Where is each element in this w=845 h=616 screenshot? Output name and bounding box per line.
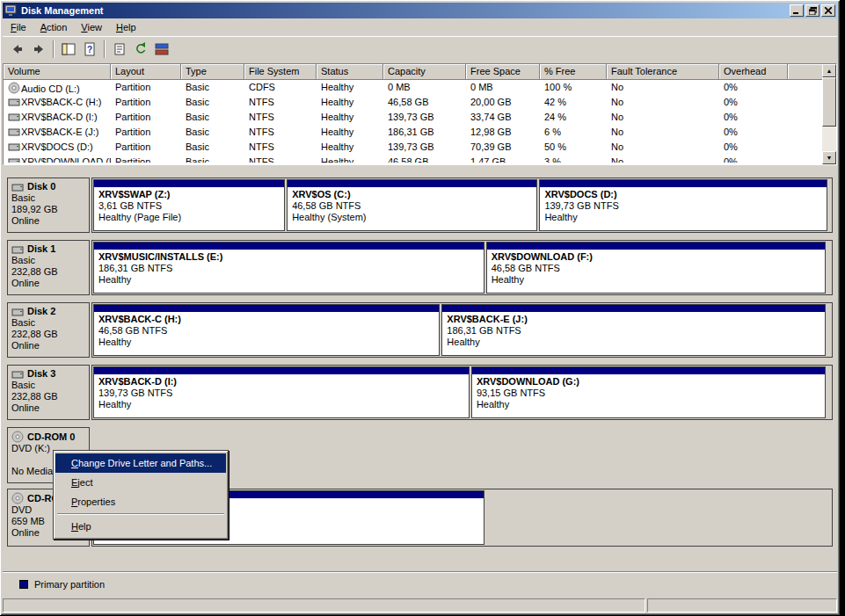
column-header-layout[interactable]: Layout	[111, 64, 181, 80]
disk-header[interactable]: Disk 0Basic189,92 GBOnline	[7, 178, 90, 233]
context-menu-item-help[interactable]: Help	[55, 517, 226, 536]
partition-label: XRV$BACK-C (H:)	[98, 314, 434, 325]
cell-pct: 50 %	[540, 140, 607, 155]
cell-status: Healthy	[317, 125, 383, 140]
partition-status: Healthy	[98, 337, 434, 348]
help-icon[interactable]: ?	[79, 40, 100, 60]
volume-row[interactable]: XRV$BACK-D (I:)PartitionBasicNTFSHealthy…	[4, 110, 836, 125]
primary-partition-stripe	[288, 180, 536, 187]
volume-row[interactable]: Audio CD (L:)PartitionBasicCDFSHealthy0 …	[4, 80, 836, 95]
column-header-volume[interactable]: Volume	[4, 64, 111, 80]
primary-partition-stripe	[472, 367, 825, 374]
column-header-file-system[interactable]: File System	[244, 64, 317, 80]
menu-bar: FileActionViewHelp	[3, 18, 837, 36]
graph-row-disk-2: Disk 2Basic232,88 GBOnlineXRV$BACK-C (H:…	[7, 302, 834, 358]
cell-overhead: 0%	[719, 140, 788, 155]
partition-block[interactable]: XRV$MUSIC/INSTALLS (E:)186,31 GB NTFSHea…	[93, 242, 484, 294]
cell-type: Basic	[181, 140, 244, 155]
disk-header[interactable]: Disk 1Basic232,88 GBOnline	[7, 240, 90, 295]
minimize-button[interactable]	[790, 4, 804, 17]
column-header-status[interactable]: Status	[317, 64, 383, 80]
toolbar: ?	[3, 36, 837, 62]
legend: Primary partition	[3, 576, 837, 593]
close-button[interactable]	[821, 4, 835, 17]
primary-partition-stripe	[94, 180, 284, 187]
partition-size: 93,15 GB NTFS	[477, 388, 820, 399]
menu-file[interactable]: File	[4, 19, 33, 35]
cell-volume: XRV$BACK-D (I:)	[4, 110, 111, 125]
cell-status: Healthy	[317, 95, 383, 110]
cell-free: 0 MB	[466, 80, 540, 95]
disk-header[interactable]: Disk 3Basic232,88 GBOnline	[7, 365, 90, 420]
scroll-down-button[interactable]: ▼	[822, 151, 836, 164]
scroll-thumb[interactable]	[822, 77, 836, 127]
partition-block[interactable]: XRV$BACK-D (I:)139,73 GB NTFSHealthy	[93, 366, 470, 418]
scroll-up-button[interactable]: ▲	[822, 64, 836, 77]
cd-icon	[8, 82, 21, 95]
cell-layout: Partition	[111, 140, 181, 155]
toolbar-separator	[53, 40, 55, 58]
maximize-restore-button[interactable]	[805, 4, 820, 17]
primary-partition-stripe	[540, 180, 826, 187]
menu-action[interactable]: Action	[33, 19, 75, 35]
primary-partition-swatch	[19, 580, 28, 589]
partition-block[interactable]: XRV$BACK-C (H:)46,58 GB NTFSHealthy	[93, 304, 440, 356]
context-menu-item-change-drive-letter-and-paths[interactable]: Change Drive Letter and Paths...	[55, 453, 226, 473]
volume-row[interactable]: XRV$DOCS (D:)PartitionBasicNTFSHealthy13…	[4, 140, 836, 155]
column-header-capacity[interactable]: Capacity	[383, 64, 466, 80]
disk-management-window: Disk Management FileActionViewHelp ? Vol…	[0, 0, 840, 615]
list-scrollbar[interactable]: ▲ ▼	[822, 64, 836, 164]
disk-name: Disk 2	[27, 306, 55, 317]
menu-help[interactable]: Help	[109, 19, 143, 35]
partition-label: XRV$DOWNLOAD (G:)	[477, 376, 820, 388]
cell-overhead: 0%	[719, 155, 788, 163]
console-tree-icon[interactable]	[58, 40, 79, 60]
partition-block[interactable]: XRV$OS (C:)46,58 GB NTFSHealthy (System)	[287, 179, 537, 231]
partition-label: XRV$DOCS (D:)	[544, 189, 821, 200]
primary-partition-stripe	[94, 305, 439, 312]
refresh-icon[interactable]	[130, 40, 151, 60]
back-icon[interactable]	[7, 40, 28, 60]
context-menu-item-properties[interactable]: Properties	[55, 492, 226, 511]
cell-fs: NTFS	[244, 155, 317, 163]
disk-drive-icon	[11, 182, 25, 192]
legend-label: Primary partition	[34, 579, 105, 590]
partition-block[interactable]: XRV$DOWNLOAD (F:)46,58 GB NTFSHealthy	[486, 242, 826, 294]
disk-info-line: Online	[11, 215, 85, 227]
disk-header[interactable]: Disk 2Basic232,88 GBOnline	[7, 302, 90, 358]
pane-splitter[interactable]	[3, 165, 837, 172]
cell-fs: NTFS	[244, 110, 317, 125]
volume-row[interactable]: XRV$BACK-E (J:)PartitionBasicNTFSHealthy…	[4, 125, 836, 140]
context-menu-item-eject[interactable]: Eject	[55, 473, 226, 492]
disk-info-line: Basic	[11, 192, 85, 204]
partition-size: 139,73 GB NTFS	[544, 200, 821, 212]
volume-row[interactable]: XRV$DOWNLOAD (F:)PartitionBasicNTFSHealt…	[4, 155, 836, 163]
cell-layout: Partition	[111, 125, 181, 140]
column-header-fault-tolerance[interactable]: Fault Tolerance	[607, 64, 719, 80]
properties-icon[interactable]	[109, 40, 130, 60]
column-header-free-space[interactable]: Free Space	[466, 64, 540, 80]
disk-name: Disk 0	[27, 181, 55, 192]
status-panel-left	[3, 598, 645, 612]
partition-block[interactable]: XRV$SWAP (Z:)3,61 GB NTFSHealthy (Page F…	[93, 179, 285, 231]
partition-block[interactable]: XRV$DOCS (D:)139,73 GB NTFSHealthy	[539, 179, 827, 231]
forward-icon[interactable]	[28, 40, 49, 60]
partition-status: Healthy	[544, 212, 821, 223]
column-header-type[interactable]: Type	[181, 64, 244, 80]
cell-volume: Audio CD (L:)	[4, 80, 111, 95]
volume-row[interactable]: XRV$BACK-C (H:)PartitionBasicNTFSHealthy…	[4, 95, 836, 110]
column-header-overhead[interactable]: Overhead	[719, 64, 788, 80]
partition-label: XRV$MUSIC/INSTALLS (E:)	[98, 251, 479, 263]
menu-view[interactable]: View	[74, 19, 109, 35]
disk-view-icon[interactable]	[151, 40, 172, 60]
cell-free: 1,47 GB	[466, 155, 540, 163]
cell-free: 70,39 GB	[466, 140, 540, 155]
partition-block[interactable]: XRV$DOWNLOAD (G:)93,15 GB NTFSHealthy	[471, 366, 826, 418]
column-header--free[interactable]: % Free	[540, 64, 607, 80]
cell-volume: XRV$DOCS (D:)	[4, 140, 111, 155]
partition-block[interactable]: XRV$BACK-E (J:)186,31 GB NTFSHealthy	[441, 304, 825, 356]
cell-fs: NTFS	[244, 140, 317, 155]
toolbar-separator	[104, 40, 106, 58]
cell-type: Basic	[181, 80, 244, 95]
cell-status: Healthy	[317, 155, 383, 163]
